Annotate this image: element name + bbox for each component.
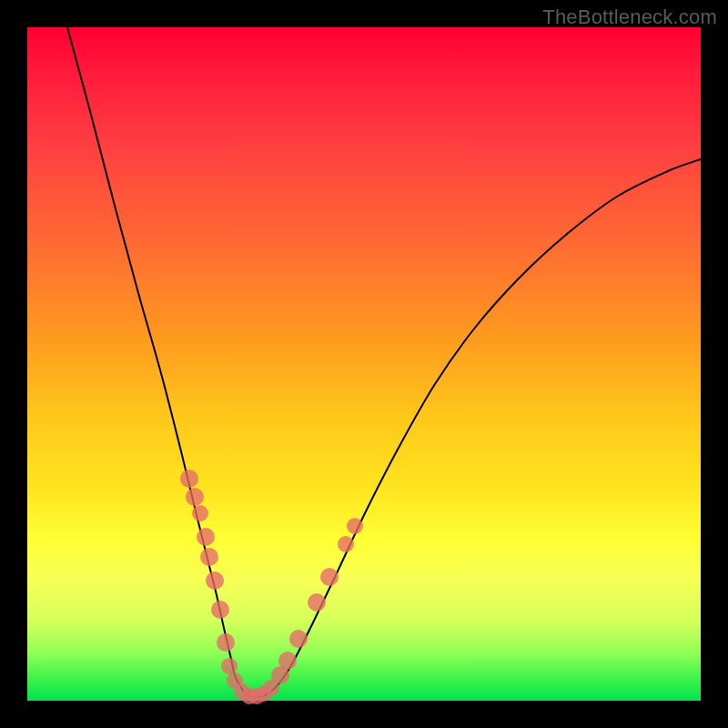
data-point <box>197 528 215 546</box>
data-point <box>200 548 218 566</box>
bottleneck-curve <box>67 27 701 697</box>
scatter-dots <box>180 470 363 704</box>
data-point <box>206 571 224 590</box>
chart-container: TheBottleneck.com <box>0 0 728 728</box>
data-point <box>180 470 198 488</box>
data-point <box>338 536 354 552</box>
data-point <box>211 601 229 619</box>
data-point <box>192 505 208 521</box>
watermark-text: TheBottleneck.com <box>542 5 717 29</box>
plot-area <box>27 27 701 701</box>
data-point <box>186 488 204 506</box>
chart-svg <box>27 27 701 701</box>
data-point <box>308 593 326 612</box>
data-point <box>217 633 235 652</box>
data-point <box>320 568 339 586</box>
data-point <box>289 630 308 648</box>
data-point <box>347 518 363 534</box>
data-point <box>278 652 297 670</box>
data-point <box>221 658 238 674</box>
